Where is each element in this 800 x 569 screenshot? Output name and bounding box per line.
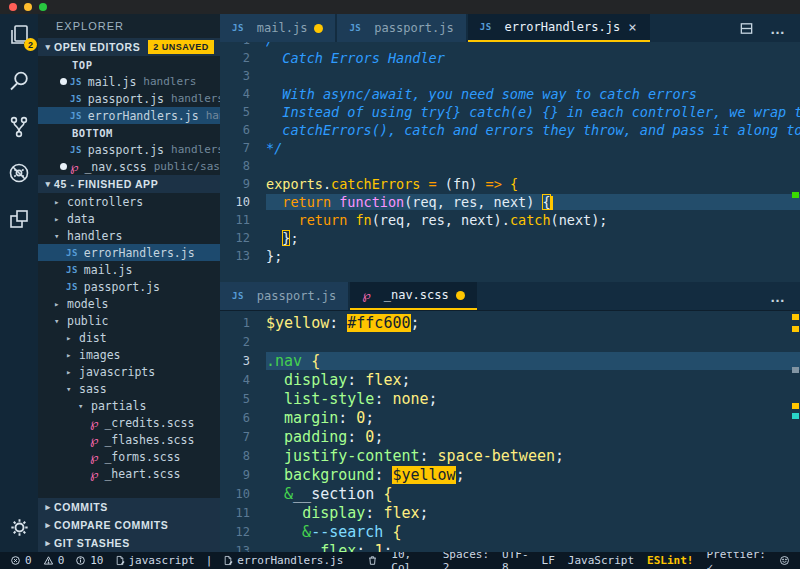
panel-header-commits[interactable]: ▸COMMITS: [38, 498, 220, 516]
open-editors-header[interactable]: ▾ OPEN EDITORS 2 UNSAVED: [38, 38, 220, 56]
tree-item-data[interactable]: ▸data: [38, 210, 220, 227]
open-editor-item-passport-js[interactable]: JSpassport.jshandlers: [38, 141, 220, 158]
unsaved-count-badge: 2 UNSAVED: [148, 40, 213, 54]
minimize-window-button[interactable]: [24, 3, 32, 11]
more-actions-icon[interactable]: …: [770, 288, 786, 305]
tree-item-sass[interactable]: ▾sass: [38, 380, 220, 397]
open-editor-item-errorhandlers-js[interactable]: JSerrorHandlers.jshandler…: [38, 107, 220, 124]
js-file-icon: JS: [70, 145, 82, 155]
status-item-bucket-icon[interactable]: [367, 555, 378, 566]
tree-item-heart-scss[interactable]: ℘_heart.scss: [38, 465, 220, 482]
maximize-window-button[interactable]: [39, 3, 47, 11]
tab-passport-js[interactable]: JSpassport.js: [337, 14, 465, 42]
tree-item-images[interactable]: ▸images: [38, 346, 220, 363]
code-line-11: 11 return fn(req, res, next).catch(next)…: [220, 211, 800, 229]
overview-ruler-mark: [792, 367, 799, 373]
code-line-13: 13 flex: 1;: [220, 541, 800, 552]
open-editor-item-passport-js[interactable]: JSpassport.jshandlers: [38, 90, 220, 107]
warning-icon: [43, 555, 54, 566]
chevron-right-icon: ▸: [42, 520, 54, 530]
chevron-down-icon: ▾: [66, 384, 79, 394]
status-item-0[interactable]: 0: [10, 554, 32, 567]
tab-passport-js[interactable]: JSpassport.js: [220, 282, 348, 310]
tabbar-top: JSmail.jsJSpassport.jsJSerrorHandlers.js…: [220, 14, 800, 42]
line-number: 1: [220, 42, 266, 47]
chevron-down-icon: ▾: [54, 231, 67, 241]
sass-file-icon: ℘: [90, 433, 98, 447]
code-line-3: 3: [220, 67, 800, 85]
tree-item-flashes-scss[interactable]: ℘_flashes.scss: [38, 431, 220, 448]
tree-item-dist[interactable]: ▸dist: [38, 329, 220, 346]
open-editors-count-badge: 2: [24, 38, 37, 51]
code-line-6: 6 catchErrors(), catch and errors they t…: [220, 121, 800, 139]
line-number: 5: [220, 392, 266, 406]
line-number: 8: [220, 449, 266, 463]
info-icon: [75, 555, 86, 566]
status-item-lf[interactable]: LF: [542, 554, 555, 567]
chevron-right-icon: ▸: [42, 538, 54, 548]
line-number: 2: [220, 51, 266, 65]
search-icon[interactable]: [6, 68, 32, 94]
settings-gear-icon[interactable]: [6, 514, 32, 540]
tree-item-controllers[interactable]: ▸controllers: [38, 193, 220, 210]
status-item-javascript[interactable]: JavaScript: [568, 554, 634, 567]
extensions-icon[interactable]: [6, 206, 32, 232]
line-number: 2: [220, 335, 266, 349]
source-control-icon[interactable]: [6, 114, 32, 140]
status-item-smiley-icon[interactable]: [779, 555, 790, 566]
code-line-10: 10 return function(req, res, next) {: [220, 193, 800, 211]
tree-item-passport-js[interactable]: JSpassport.js: [38, 278, 220, 295]
text-cursor: [551, 196, 553, 210]
close-icon[interactable]: ×: [627, 20, 637, 34]
tree-item-credits-scss[interactable]: ℘_credits.scss: [38, 414, 220, 431]
chevron-right-icon: ▸: [66, 350, 79, 360]
more-actions-icon[interactable]: …: [770, 20, 786, 37]
tree-item-javascripts[interactable]: ▸javascripts: [38, 363, 220, 380]
status-item-10[interactable]: 10: [75, 554, 103, 567]
status-item-javascript[interactable]: javascript: [115, 554, 195, 567]
sass-file-icon: ℘: [90, 416, 98, 430]
editor-errorhandlers[interactable]: 1/*2 Catch Errors Handler34 With async/a…: [220, 42, 800, 282]
tree-item-models[interactable]: ▸models: [38, 295, 220, 312]
tree-item-mail-js[interactable]: JSmail.js: [38, 261, 220, 278]
tree-item-errorhandlers-js[interactable]: JSerrorHandlers.js: [38, 244, 220, 261]
modified-dot: [60, 163, 67, 170]
editor-group-label-top: TOP: [38, 56, 220, 73]
tree-item-forms-scss[interactable]: ℘_forms.scss: [38, 448, 220, 465]
open-editor-item-nav-scss[interactable]: ℘_nav.scsspublic/sass/pa…: [38, 158, 220, 175]
code-line-9: 9exports.catchErrors = (fn) => {: [220, 175, 800, 193]
status-item-eslint[interactable]: ESLint!: [647, 554, 693, 567]
line-number: 9: [220, 468, 266, 482]
file-code-icon: [115, 555, 125, 566]
explorer-icon[interactable]: 2: [6, 22, 32, 48]
status-item-0[interactable]: 0: [43, 554, 65, 567]
overview-ruler-mark: [792, 326, 799, 332]
line-number: 9: [220, 177, 266, 191]
tab-mail-js[interactable]: JSmail.js: [220, 14, 335, 42]
code-line-10: 10 &__section {: [220, 484, 800, 503]
tree-item-handlers[interactable]: ▾handlers: [38, 227, 220, 244]
tree-item-public[interactable]: ▾public: [38, 312, 220, 329]
split-editor-icon[interactable]: [739, 21, 754, 36]
debug-disabled-icon[interactable]: [6, 160, 32, 186]
status-item-errorhandlers-js[interactable]: errorHandlers.js: [223, 554, 343, 567]
code-line-9: 9 background: $yellow;: [220, 465, 800, 484]
code-line-1: 1/*: [220, 42, 800, 49]
code-line-7: 7*/: [220, 139, 800, 157]
js-file-icon: JS: [70, 94, 82, 104]
code-line-8: 8 justify-content: space-between;: [220, 446, 800, 465]
panel-header-compare-commits[interactable]: ▸COMPARE COMMITS: [38, 516, 220, 534]
smiley-icon: [779, 555, 790, 566]
tabbar-bottom: JSpassport.js℘_nav.scss…: [220, 282, 800, 310]
tree-item-partials[interactable]: ▾partials: [38, 397, 220, 414]
line-number: 10: [220, 195, 266, 209]
open-editor-item-mail-js[interactable]: JSmail.jshandlers: [38, 73, 220, 90]
panel-header-git-stashes[interactable]: ▸GIT STASHES: [38, 534, 220, 552]
status-item-sep[interactable]: |: [206, 554, 213, 567]
folder-section-header[interactable]: ▾ 45 - FINISHED APP: [38, 175, 220, 193]
close-window-button[interactable]: [9, 3, 17, 11]
tab-errorhandlers-js[interactable]: JSerrorHandlers.js×: [468, 14, 650, 42]
file-code-icon: [223, 555, 233, 566]
tab-nav-scss[interactable]: ℘_nav.scss: [350, 282, 476, 310]
editor-nav-scss[interactable]: 1$yellow: #ffc600;23.nav {4 display: fle…: [220, 310, 800, 552]
